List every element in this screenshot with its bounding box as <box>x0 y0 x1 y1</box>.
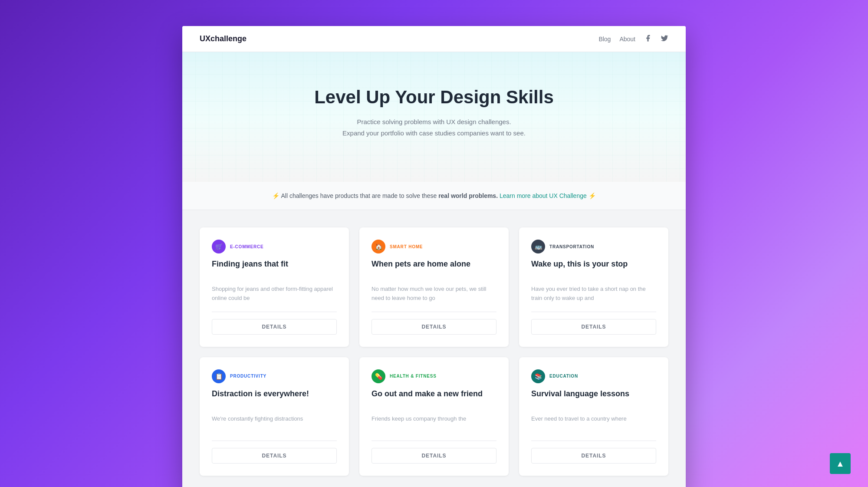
card-title: Survival language lessons <box>531 389 656 411</box>
category-label: EDUCATION <box>549 374 578 378</box>
category-label: PRODUCTIVITY <box>230 374 266 378</box>
card-category: 💊 HEALTH & FITNESS <box>372 369 496 383</box>
challenge-card: 🏠 SMART HOME When pets are home alone No… <box>359 227 509 347</box>
navigation: UXchallenge Blog About <box>182 26 686 52</box>
challenge-card: 💊 HEALTH & FITNESS Go out and make a new… <box>359 357 509 476</box>
card-description: We're constantly fighting distractions <box>212 415 337 432</box>
card-title: Go out and make a new friend <box>372 389 496 411</box>
details-button[interactable]: DETAILS <box>531 448 656 464</box>
card-divider <box>372 312 496 312</box>
card-category: 🚌 TRANSPORTATION <box>531 240 656 253</box>
card-divider <box>212 312 337 312</box>
category-icon: 🛒 <box>212 240 226 253</box>
card-divider <box>212 441 337 441</box>
category-label: SMART HOME <box>390 244 423 249</box>
details-button[interactable]: DETAILS <box>372 319 496 335</box>
twitter-icon[interactable] <box>661 34 668 44</box>
category-icon: 📚 <box>531 369 545 383</box>
card-title: Distraction is everywhere! <box>212 389 337 411</box>
challenge-card: 🚌 TRANSPORTATION Wake up, this is your s… <box>519 227 668 347</box>
card-category: 📚 EDUCATION <box>531 369 656 383</box>
challenge-card: 🛒 E-COMMERCE Finding jeans that fit Shop… <box>200 227 349 347</box>
card-description: Shopping for jeans and other form-fittin… <box>212 285 337 303</box>
hero-section: Level Up Your Design Skills Practice sol… <box>182 52 686 182</box>
card-category: 📋 PRODUCTIVITY <box>212 369 337 383</box>
details-button[interactable]: DETAILS <box>531 319 656 335</box>
card-title: Finding jeans that fit <box>212 260 337 281</box>
challenge-card: 📋 PRODUCTIVITY Distraction is everywhere… <box>200 357 349 476</box>
details-button[interactable]: DETAILS <box>212 319 337 335</box>
cards-grid: 🛒 E-COMMERCE Finding jeans that fit Shop… <box>200 227 668 476</box>
details-button[interactable]: DETAILS <box>372 448 496 464</box>
scroll-to-top-button[interactable]: ▲ <box>830 453 851 474</box>
banner-text-suffix: ⚡ <box>589 192 596 199</box>
nav-right: Blog About <box>598 34 668 44</box>
category-icon: 📋 <box>212 369 226 383</box>
blog-link[interactable]: Blog <box>598 36 611 43</box>
card-category: 🏠 SMART HOME <box>372 240 496 253</box>
card-description: Have you ever tried to take a short nap … <box>531 285 656 303</box>
card-title: Wake up, this is your stop <box>531 260 656 281</box>
card-divider <box>531 312 656 312</box>
challenge-card: 📚 EDUCATION Survival language lessons Ev… <box>519 357 668 476</box>
about-link[interactable]: About <box>619 36 635 43</box>
card-category: 🛒 E-COMMERCE <box>212 240 337 253</box>
category-label: TRANSPORTATION <box>549 244 594 249</box>
hero-subtitle: Practice solving problems with UX design… <box>200 116 668 138</box>
facebook-icon[interactable] <box>644 34 652 44</box>
card-title: When pets are home alone <box>372 260 496 281</box>
site-logo[interactable]: UXchallenge <box>200 34 247 43</box>
hero-title: Level Up Your Design Skills <box>200 87 668 108</box>
info-banner: ⚡ All challenges have products that are … <box>182 182 686 210</box>
category-label: HEALTH & FITNESS <box>390 374 437 378</box>
main-window: UXchallenge Blog About Level Up Your Des… <box>182 26 686 487</box>
category-label: E-COMMERCE <box>230 244 263 249</box>
category-icon: 🚌 <box>531 240 545 253</box>
banner-bold: real world problems. <box>438 192 498 199</box>
cards-section: 🛒 E-COMMERCE Finding jeans that fit Shop… <box>182 210 686 487</box>
details-button[interactable]: DETAILS <box>212 448 337 464</box>
banner-text-prefix: ⚡ All challenges have products that are … <box>272 192 438 199</box>
card-divider <box>531 441 656 441</box>
card-divider <box>372 441 496 441</box>
card-description: No matter how much we love our pets, we … <box>372 285 496 303</box>
card-description: Friends keep us company through the <box>372 415 496 432</box>
category-icon: 💊 <box>372 369 385 383</box>
card-description: Ever need to travel to a country where <box>531 415 656 432</box>
learn-more-link[interactable]: Learn more about UX Challenge <box>500 192 587 199</box>
category-icon: 🏠 <box>372 240 385 253</box>
